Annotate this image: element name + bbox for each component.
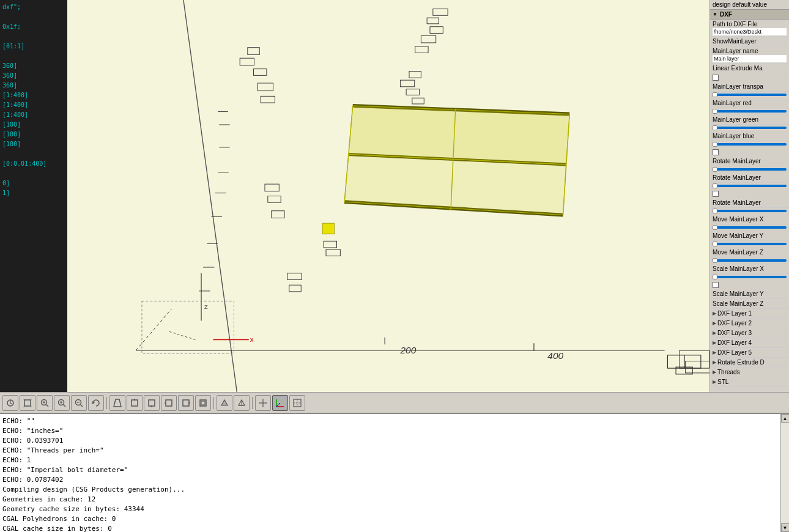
dxf-layer-5-label: DXF Layer 5 xyxy=(717,349,752,356)
rotate-z-row xyxy=(710,190,789,198)
scale-y-row xyxy=(710,281,789,289)
rotate-x-label: Rotate MainLayer xyxy=(713,157,787,165)
console-line-11: CGAL Polyhedrons in cache: 0 xyxy=(2,514,778,524)
perspective-btn[interactable] xyxy=(109,395,125,411)
rotate-extrude-arrow-icon: ▶ xyxy=(713,360,716,365)
svg-rect-86 xyxy=(201,401,205,405)
dxf-layer-2-item[interactable]: ▶ DXF Layer 2 xyxy=(710,319,789,328)
code-line-6 xyxy=(2,51,65,61)
transp-slider-thumb xyxy=(713,92,717,97)
rotate-z-checkbox[interactable] xyxy=(713,191,719,197)
move-y-slider-thumb xyxy=(713,242,717,246)
svg-line-73 xyxy=(81,404,83,407)
dxf-layer-5-item[interactable]: ▶ DXF Layer 5 xyxy=(710,348,789,358)
top-btn[interactable] xyxy=(127,395,143,411)
scale-y-checkbox[interactable] xyxy=(713,282,719,288)
svg-rect-18 xyxy=(322,223,334,234)
ortho-btn[interactable] xyxy=(289,395,305,411)
blue-property: MainLayer blue xyxy=(710,131,789,141)
rotate-x-slider[interactable] xyxy=(713,168,787,171)
svg-text:400: 400 xyxy=(547,350,563,361)
zoom-out-btn[interactable] xyxy=(71,395,87,411)
move-z-slider-thumb xyxy=(713,258,717,263)
console-line-3: ECHO: 0.0393701 xyxy=(2,436,778,446)
green-slider-container xyxy=(710,125,789,131)
bottom-btn[interactable] xyxy=(144,395,160,411)
animate-btn[interactable] xyxy=(2,395,18,411)
scrollbar-track[interactable] xyxy=(781,423,789,523)
stl-item[interactable]: ▶ STL xyxy=(710,377,789,387)
scrollbar-up-btn[interactable]: ▲ xyxy=(781,414,790,423)
main-layer-name-value[interactable]: Main layer xyxy=(713,55,787,62)
code-line-3: 0x1f; xyxy=(2,22,65,32)
rotate-y-slider-container xyxy=(710,183,789,190)
code-line-5: [01:1] xyxy=(2,42,65,51)
console-line-2: ECHO: "inches=" xyxy=(2,426,778,436)
axes-btn[interactable] xyxy=(272,395,288,411)
blue-slider[interactable] xyxy=(713,143,787,146)
left-btn[interactable] xyxy=(161,395,177,411)
viewport-svg: x z xyxy=(67,0,709,392)
code-line-19: 0] xyxy=(2,179,65,188)
move-y-slider[interactable] xyxy=(713,243,787,245)
rotate-x-checkbox[interactable] xyxy=(713,149,719,155)
transp-checkbox[interactable] xyxy=(713,75,719,81)
code-line-13: [100] xyxy=(2,120,65,130)
code-line-8: 360] xyxy=(2,71,65,81)
zoom-all-btn[interactable] xyxy=(37,395,53,411)
rotate-z-slider-container xyxy=(710,208,789,215)
console-scrollbar[interactable]: ▲ ▼ xyxy=(780,414,789,532)
code-line-9: 360] xyxy=(2,81,65,91)
threads-item[interactable]: ▶ Threads xyxy=(710,368,789,377)
svg-text:z: z xyxy=(204,302,208,310)
scrollbar-down-btn[interactable]: ▼ xyxy=(781,523,790,532)
rotate-z-slider[interactable] xyxy=(713,210,787,212)
move-x-label: Move MainLayer X xyxy=(713,215,787,223)
svg-line-69 xyxy=(64,404,66,407)
transp-slider[interactable] xyxy=(713,94,787,96)
console-line-5: ECHO: 1 xyxy=(2,456,778,465)
view3d-btn[interactable] xyxy=(20,395,35,411)
cross-btn[interactable] xyxy=(255,395,271,411)
scale-x-slider-container xyxy=(710,274,789,281)
move-z-slider[interactable] xyxy=(713,259,787,262)
move-z-label: Move MainLayer Z xyxy=(713,248,787,256)
viewport[interactable]: x z xyxy=(67,0,709,392)
linear-extrude-label: Linear Extrude Ma xyxy=(713,64,787,72)
wire-btn[interactable] xyxy=(234,395,250,411)
rotate-y-slider[interactable] xyxy=(713,185,787,187)
dxf-layer-4-item[interactable]: ▶ DXF Layer 4 xyxy=(710,338,789,348)
sep1 xyxy=(106,397,107,409)
rotate-extrude-item[interactable]: ▶ Rotate Extrude D xyxy=(710,358,789,368)
transp-row xyxy=(710,73,789,82)
scale-y-label: Scale MainLayer Y xyxy=(713,290,787,298)
console-line-10: Geometry cache size in bytes: 43344 xyxy=(2,504,778,514)
toolbar xyxy=(0,392,789,413)
reset-view-btn[interactable] xyxy=(88,395,104,411)
rotate-y-slider-thumb xyxy=(713,183,717,188)
svg-marker-76 xyxy=(114,399,121,407)
path-value[interactable]: /home/none3/Deskt xyxy=(713,28,787,35)
svg-rect-77 xyxy=(132,400,138,406)
surface-btn[interactable] xyxy=(217,395,232,411)
svg-text:x: x xyxy=(250,335,254,343)
move-x-slider[interactable] xyxy=(713,226,787,229)
scale-x-slider[interactable] xyxy=(713,276,787,278)
dxf-layer-5-arrow-icon: ▶ xyxy=(713,350,716,355)
red-slider[interactable] xyxy=(713,110,787,113)
front-btn[interactable] xyxy=(195,395,211,411)
rotate-y-property: Rotate MainLayer xyxy=(710,173,789,183)
svg-line-61 xyxy=(31,399,32,400)
code-line-15: [100] xyxy=(2,139,65,149)
console-panel: ECHO: "" ECHO: "inches=" ECHO: 0.0393701… xyxy=(0,413,789,532)
dxf-layer-3-item[interactable]: ▶ DXF Layer 3 xyxy=(710,328,789,338)
zoom-in-btn[interactable] xyxy=(54,395,70,411)
dxf-section-header[interactable]: ▼ DXF xyxy=(710,10,789,20)
move-x-slider-thumb xyxy=(713,225,717,230)
stl-arrow-icon: ▶ xyxy=(713,379,716,385)
svg-line-62 xyxy=(31,406,32,407)
green-slider[interactable] xyxy=(713,127,787,129)
right-btn[interactable] xyxy=(178,395,194,411)
console-line-12: CGAL cache size in bytes: 0 xyxy=(2,524,778,532)
dxf-layer-1-item[interactable]: ▶ DXF Layer 1 xyxy=(710,309,789,319)
